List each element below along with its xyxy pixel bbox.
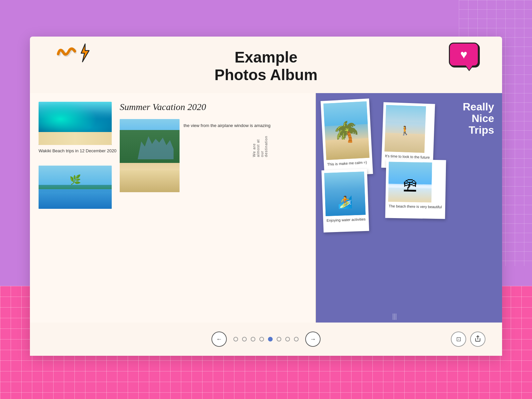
page-right: Really Nice Trips 🌴 This is make me calm… xyxy=(316,93,502,356)
page-left: Wakiki Beach trips in 12 December 2020 🌿… xyxy=(30,93,316,356)
expand-icon: ⊡ xyxy=(456,335,461,343)
nav-actions: ⊡ xyxy=(451,332,485,347)
photo-beach-aerial: Wakiki Beach trips in 12 December 2020 xyxy=(39,102,116,157)
nav-dot-6[interactable] xyxy=(277,337,281,341)
nav-dot-2[interactable] xyxy=(242,337,247,341)
city-caption-wrapper: the view from the airplane window is ama… xyxy=(184,119,271,129)
nav-dot-1[interactable] xyxy=(233,337,238,341)
nav-dot-3[interactable] xyxy=(251,337,255,341)
share-icon xyxy=(474,335,481,343)
polaroid-umbrella: ⛱ The beach there is very beautiful xyxy=(385,159,446,219)
main-card: Example Photos Album ♥ Wakiki Beach trip… xyxy=(30,37,502,356)
right-section-left-page: Summer Vacation 2020 xyxy=(120,101,306,192)
lightning-sticker xyxy=(57,43,91,63)
vertical-destination-text: We are almost at our destination xyxy=(252,136,268,157)
prev-button[interactable]: ← xyxy=(211,332,227,347)
polaroid-umbrella-caption: The beach there is very beautiful xyxy=(388,203,443,209)
polaroid-palm: 🌴 This is make me calm =) xyxy=(321,98,373,177)
heart-bubble: ♥ xyxy=(449,43,479,66)
bolt-lightning-icon xyxy=(78,43,91,63)
heart-icon: ♥ xyxy=(460,48,467,62)
nav-dot-8[interactable] xyxy=(294,337,299,341)
city-photo-section: the view from the airplane window is ama… xyxy=(120,119,306,192)
polaroid-palm-caption: This is make me calm =) xyxy=(327,160,370,167)
photo-beach-caption: Wakiki Beach trips in 12 December 2020 xyxy=(39,148,116,153)
wave-lightning-icon xyxy=(57,44,76,62)
nav-dot-5[interactable] xyxy=(268,337,273,341)
nav-dot-4[interactable] xyxy=(259,337,264,341)
beach-aerial-image xyxy=(39,102,112,145)
photo-lake: 🌿 xyxy=(39,166,112,209)
city-caption: the view from the airplane window is ama… xyxy=(184,122,271,129)
umbrella-image: ⛱ xyxy=(388,162,432,202)
nav-dot-7[interactable] xyxy=(285,337,290,341)
palm-photo-image: 🌴 xyxy=(324,101,370,160)
water-fun-image: 🏄 xyxy=(324,172,365,216)
expand-button[interactable]: ⊡ xyxy=(451,332,466,347)
city-aerial-image xyxy=(120,119,180,192)
lake-image: 🌿 xyxy=(39,166,112,209)
header: Example Photos Album ♥ xyxy=(30,37,502,93)
share-button[interactable] xyxy=(470,332,485,347)
nav-dots xyxy=(233,337,299,341)
heart-sticker: ♥ xyxy=(449,43,479,66)
polaroid-water-fun: 🏄 Enjoying water activities xyxy=(322,169,369,232)
svg-marker-0 xyxy=(81,44,89,62)
handwritten-title: Really Nice Trips xyxy=(463,101,494,136)
album-spread: Wakiki Beach trips in 12 December 2020 🌿… xyxy=(30,93,502,356)
polaroid-water-caption: Enjoying water activities xyxy=(326,217,366,223)
summer-vacation-title: Summer Vacation 2020 xyxy=(120,101,306,113)
navigation-bar: ← → ⊡ xyxy=(30,323,502,356)
next-button[interactable]: → xyxy=(305,332,321,347)
beach-walk-image: 🚶 xyxy=(384,105,426,153)
page-title: Example Photos Album xyxy=(30,49,502,84)
